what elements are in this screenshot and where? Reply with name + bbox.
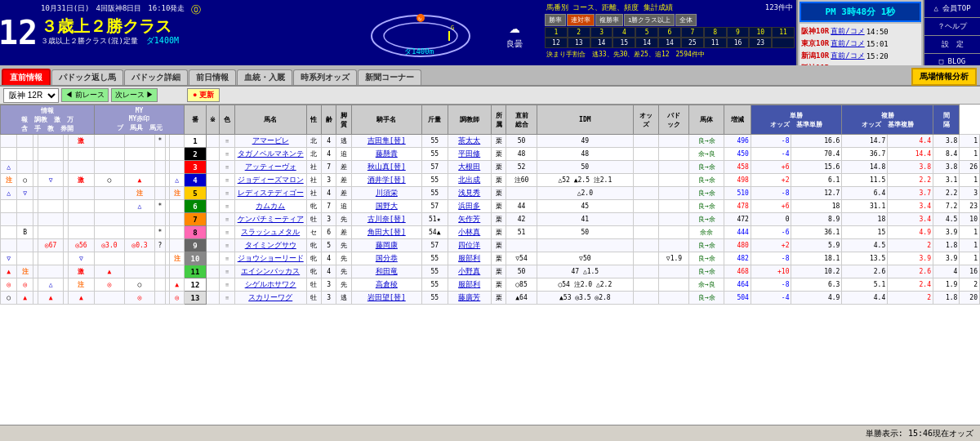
odds-nav: 勝率 連対率 複勝率 1勝クラス以上 全体	[545, 14, 795, 26]
horse-weight: 55	[421, 278, 448, 292]
info-col: ▲	[1, 265, 17, 278]
odds-btn-sho[interactable]: 勝率	[545, 14, 566, 26]
nav-member-top[interactable]: △ 会員TOP	[924, 0, 980, 18]
horse-name[interactable]: ジョディーズマロン	[234, 174, 306, 187]
info-col	[1, 239, 17, 252]
horse-name[interactable]: アッティーヴォ	[234, 161, 306, 174]
horse-name[interactable]: レディステディゴー	[234, 187, 306, 200]
table-row: ▽ ▽ 注 10 ≡ ジョウショーリード 牝 4 先 国分恭 55 服部利 栗 …	[1, 252, 980, 265]
geki-col	[38, 265, 64, 278]
side-nav: △ 会員TOP ？ヘルプ 設 定 □ BLOG	[923, 0, 980, 65]
odds-btn-zen[interactable]: 全体	[675, 14, 697, 26]
tab-odds-history[interactable]: 時系列オッズ	[293, 69, 357, 85]
horse-name[interactable]: スカリーワグ	[234, 292, 306, 305]
trainer-name[interactable]: 小野真	[448, 265, 491, 278]
jockey-name[interactable]: 川須栄	[351, 187, 421, 200]
trainer-name[interactable]: 藤廣芳	[448, 292, 491, 305]
body-cond: 余余	[689, 226, 724, 239]
jockey-name[interactable]: 藤懸貴	[351, 148, 421, 161]
horse-sex: 社	[306, 187, 321, 200]
buri-col: *	[155, 226, 166, 239]
horse-age: 6	[321, 226, 336, 239]
horse-name[interactable]: アマービレ	[234, 135, 306, 148]
tab-blood[interactable]: 血統・入厩	[237, 69, 292, 85]
horse-name[interactable]: カムカム	[234, 200, 306, 213]
table-row: ▲ 注 激 ▲ 11 ≡ エイシンバッカス 牝 4 先 和田竜 55 小野真 栗…	[1, 265, 980, 278]
trainer-name[interactable]: 服部利	[448, 278, 491, 292]
chokuzen: 50	[506, 265, 537, 278]
nav-settings[interactable]: 設 定	[924, 36, 980, 54]
horse-name[interactable]: ケンパチミーティア	[234, 213, 306, 226]
horse-name[interactable]: タイミングサウ	[234, 239, 306, 252]
tab-newspaper[interactable]: 新聞コーナー	[358, 69, 421, 85]
horse-sex: 牝	[306, 239, 321, 252]
col-color-header: 色	[220, 105, 234, 135]
horse-sex: 社	[306, 161, 321, 174]
venue-select[interactable]: 阪神 12R	[3, 88, 59, 103]
horse-name[interactable]: スラッシュメタル	[234, 226, 306, 239]
horse-number: 3	[185, 161, 206, 174]
prev-race-btn[interactable]: ◀ 前レース	[61, 88, 109, 102]
jockey-name[interactable]: 酒井学[替]	[351, 174, 421, 187]
moto-col	[170, 265, 185, 278]
col-name-header: 馬名	[234, 105, 306, 135]
interval: 1.8	[933, 239, 960, 252]
trainer-name[interactable]: 浜田多	[448, 200, 491, 213]
tab-paddock-return[interactable]: パドック返し馬	[51, 69, 123, 85]
body-cond: 良→余	[689, 213, 724, 226]
trainer-name[interactable]: 服部利	[448, 252, 491, 265]
jockey-name[interactable]: 和田竜	[351, 265, 421, 278]
jockey-name[interactable]: 国野大	[351, 200, 421, 213]
horse-name[interactable]: エイシンバッカス	[234, 265, 306, 278]
paddock	[659, 292, 689, 305]
trainer-name[interactable]: 北出成	[448, 174, 491, 187]
trainer-name[interactable]: 平田修	[448, 148, 491, 161]
horse-age: 4	[321, 252, 336, 265]
analysis-btn[interactable]: 馬場情報分析	[911, 68, 977, 86]
race-link-2-btn[interactable]: 直前/コメ	[831, 38, 864, 49]
jockey-name[interactable]: 岩田望[替]	[351, 292, 421, 305]
horse-name[interactable]: シゲルホサワク	[234, 278, 306, 292]
body-cond: 良→余	[689, 135, 724, 148]
horse-name[interactable]: ジョウショーリード	[234, 252, 306, 265]
odds-btn-ren[interactable]: 連対率	[567, 14, 595, 26]
odds-btn-fuku[interactable]: 複勝率	[595, 14, 623, 26]
jockey-name[interactable]: 藤岡康	[351, 239, 421, 252]
chokuzen: ○85	[506, 278, 537, 292]
jockey-name[interactable]: 角田大[替]	[351, 226, 421, 239]
jockey-name[interactable]: 高倉稜	[351, 278, 421, 292]
my-col	[94, 148, 124, 161]
jockey-name[interactable]: 国分恭	[351, 252, 421, 265]
horse-name[interactable]: タガノベルマネンテ	[234, 148, 306, 161]
nav-help[interactable]: ？ヘルプ	[924, 18, 980, 36]
body-cond: 良→余	[689, 200, 724, 213]
trainer-name[interactable]: 大根田	[448, 161, 491, 174]
tab-chokuzen[interactable]: 直前情報	[2, 69, 51, 85]
jockey-name[interactable]: 古川奈[替]	[351, 213, 421, 226]
interval: 3.9	[933, 252, 960, 265]
next-race-btn[interactable]: 次レース ▶	[111, 88, 158, 102]
info-col: △	[1, 187, 17, 200]
idm: 48	[537, 148, 633, 161]
interval-num: 20	[960, 292, 980, 305]
odds-btn-1kyu[interactable]: 1勝クラス以上	[624, 14, 675, 26]
kijun-tansho: 70.4	[791, 148, 842, 161]
jockey-name[interactable]: 吉田隼[替]	[351, 135, 421, 148]
belong: 栗	[491, 252, 506, 265]
paddock	[659, 148, 689, 161]
trainer-name[interactable]: 浅見秀	[448, 187, 491, 200]
filter-count: 決まり手割合 逃33、先30、差25、追12 2594件中	[545, 49, 795, 60]
my-red-col	[124, 265, 154, 278]
jockey-name[interactable]: 秋山真[替]	[351, 161, 421, 174]
tab-paddock-detail[interactable]: パドック詳細	[124, 69, 188, 85]
update-btn[interactable]: ● 更新	[187, 88, 220, 102]
trainer-name[interactable]: 矢作芳	[448, 213, 491, 226]
race-link-3-btn[interactable]: 直前/コメ	[831, 51, 864, 61]
tansho-odds: +2	[751, 174, 791, 187]
trainer-name[interactable]: 小林真	[448, 226, 491, 239]
tab-yesterday[interactable]: 前日情報	[189, 69, 236, 85]
race-link-1-btn[interactable]: 直前/コメ	[831, 26, 864, 37]
trainer-name[interactable]: 四位洋	[448, 239, 491, 252]
weight-diff: 482	[724, 252, 751, 265]
trainer-name[interactable]: 茶太太	[448, 135, 491, 148]
